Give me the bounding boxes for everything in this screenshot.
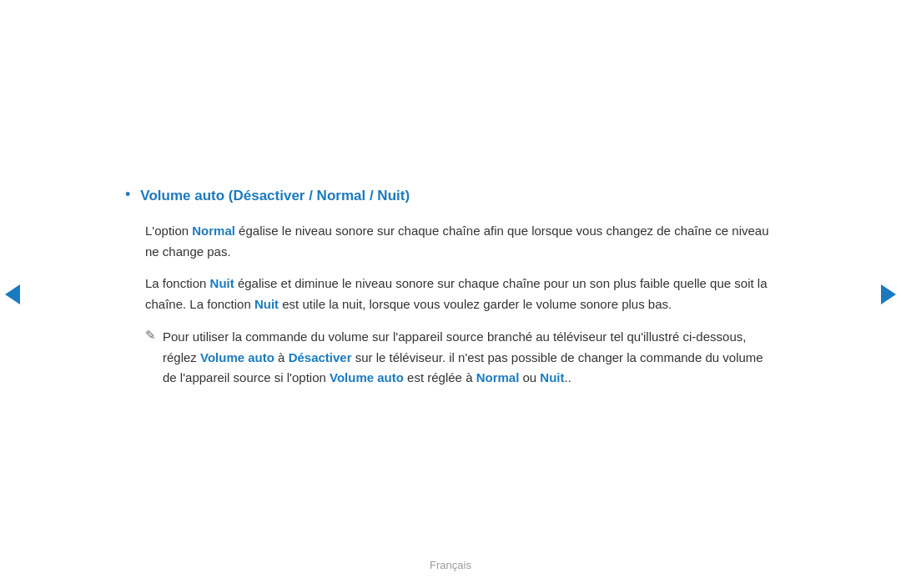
para2-highlight1: Nuit [210,276,234,290]
footer: Français [430,559,471,571]
note-highlight5: Nuit [540,370,564,384]
bullet-dot: • [125,186,130,204]
note-middle3: est réglée à [404,370,476,384]
para1-prefix: L'option [145,224,192,238]
paragraph-1: L'option Normal égalise le niveau sonore… [145,221,776,263]
nav-arrow-right[interactable] [876,274,901,315]
para1-highlight1: Normal [192,224,235,238]
note-block: ✎ Pour utiliser la commande du volume su… [145,327,776,389]
bullet-item: • Volume auto (Désactiver / Normal / Nui… [125,188,776,204]
note-text: Pour utiliser la commande du volume sur … [163,327,776,389]
page-container: • Volume auto (Désactiver / Normal / Nui… [0,0,901,588]
note-highlight4: Normal [476,370,520,384]
note-middle1: à [274,350,289,364]
para1-middle: égalise le niveau sonore sur chaque chaî… [145,224,769,259]
note-middle4: ou [519,370,540,384]
para2-prefix: La fonction [145,276,210,290]
note-highlight2: Désactiver [289,350,352,364]
bullet-list: • Volume auto (Désactiver / Normal / Nui… [125,188,776,204]
para2-highlight2: Nuit [254,297,279,311]
note-icon: ✎ [145,328,156,343]
note-suffix: .. [565,370,571,384]
para2-middle2: est utile la nuit, lorsque vous voulez g… [279,297,672,311]
nav-arrow-left[interactable] [0,274,25,315]
paragraph-2: La fonction Nuit égalise et diminue le n… [145,274,776,315]
content-area: • Volume auto (Désactiver / Normal / Nui… [75,154,826,434]
note-highlight3: Volume auto [330,370,404,384]
footer-language: Français [430,559,471,571]
bullet-title: Volume auto (Désactiver / Normal / Nuit) [140,188,410,204]
note-highlight1: Volume auto [200,350,274,364]
